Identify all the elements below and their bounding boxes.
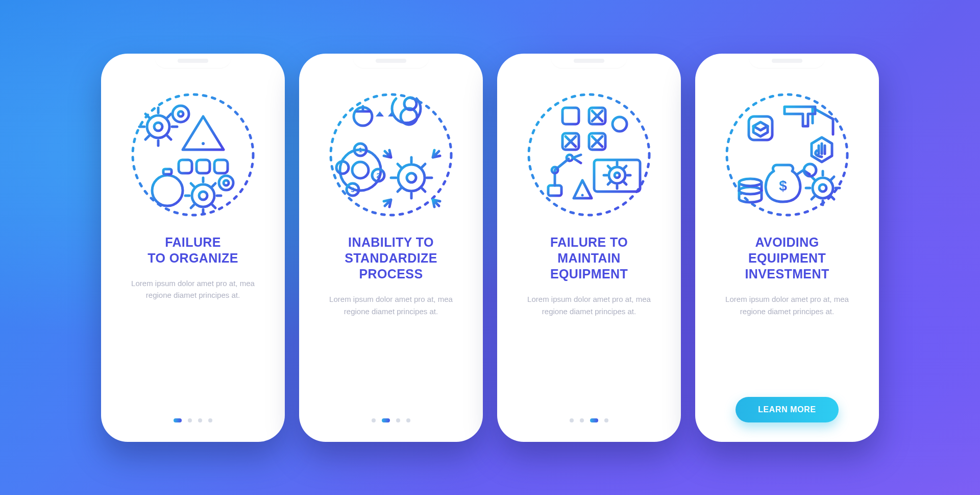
screen-description: Lorem ipsum dolor amet pro at, mea regio… <box>121 277 264 301</box>
illustration-investment: $ <box>721 88 853 221</box>
svg-point-36 <box>398 164 425 191</box>
screen-title: INABILITY TO STANDARDIZE PROCESS <box>345 234 437 282</box>
dot-4[interactable] <box>604 418 608 422</box>
page-indicator <box>372 418 410 422</box>
screen-description: Lorem ipsum dolor amet pro at, mea regio… <box>716 293 859 317</box>
phone-screen-3: FAILURE TO MAINTAIN EQUIPMENT Lorem ipsu… <box>497 54 681 442</box>
svg-rect-9 <box>179 160 192 173</box>
svg-text:$: $ <box>779 178 787 194</box>
svg-rect-15 <box>163 169 172 174</box>
phone-notch <box>551 54 627 69</box>
page-indicator <box>570 418 608 422</box>
screen-title: FAILURE TO MAINTAIN EQUIPMENT <box>550 234 628 282</box>
svg-point-55 <box>609 167 625 183</box>
screen-description: Lorem ipsum dolor amet pro at, mea regio… <box>518 293 660 317</box>
svg-point-35 <box>352 162 369 178</box>
svg-point-56 <box>615 173 620 178</box>
svg-point-20 <box>199 192 207 200</box>
dot-3[interactable] <box>590 418 598 422</box>
svg-rect-10 <box>197 160 210 173</box>
dot-2[interactable] <box>580 418 584 422</box>
phone-notch <box>749 54 825 69</box>
svg-point-21 <box>219 176 233 190</box>
page-indicator <box>174 418 212 422</box>
svg-point-63 <box>819 184 826 192</box>
svg-text:3: 3 <box>351 186 354 194</box>
screen-description: Lorem ipsum dolor amet pro at, mea regio… <box>320 293 462 317</box>
dot-2[interactable] <box>188 418 192 422</box>
phone-screen-4: $ AVOIDING EQUIPMENT INVESTMENT Lorem ip… <box>695 54 879 442</box>
svg-point-3 <box>173 106 189 122</box>
svg-point-60 <box>739 179 762 186</box>
phone-screen-2: 1 2 3 INABILITY TO STANDARDIZE PROCESS L… <box>299 54 483 442</box>
svg-point-19 <box>192 184 214 207</box>
screen-title: AVOIDING EQUIPMENT INVESTMENT <box>745 234 829 282</box>
svg-point-51 <box>581 194 584 196</box>
svg-rect-39 <box>562 108 579 124</box>
svg-text:2: 2 <box>376 172 380 179</box>
illustration-standardize: 1 2 3 <box>325 88 457 221</box>
phone-notch <box>155 54 231 69</box>
svg-rect-11 <box>214 160 228 173</box>
svg-point-22 <box>224 180 229 185</box>
dot-1[interactable] <box>174 418 182 422</box>
svg-text:1: 1 <box>358 146 362 154</box>
svg-point-6 <box>202 142 205 145</box>
screen-title: FAILURE TO ORGANIZE <box>148 234 238 267</box>
phone-screen-1: FAILURE TO ORGANIZE Lorem ipsum dolor am… <box>101 54 285 442</box>
dot-4[interactable] <box>406 418 410 422</box>
illustration-maintain <box>523 88 655 221</box>
svg-point-37 <box>407 173 416 182</box>
svg-point-4 <box>178 111 183 116</box>
dot-3[interactable] <box>198 418 202 422</box>
dot-1[interactable] <box>372 418 376 422</box>
phone-notch <box>353 54 429 69</box>
svg-rect-47 <box>548 185 561 196</box>
svg-point-59 <box>739 187 762 194</box>
dot-3[interactable] <box>396 418 400 422</box>
dot-2[interactable] <box>382 418 390 422</box>
learn-more-button[interactable]: LEARN MORE <box>736 397 839 422</box>
dot-1[interactable] <box>570 418 574 422</box>
svg-point-2 <box>154 123 162 131</box>
svg-point-1 <box>147 115 169 138</box>
dot-4[interactable] <box>208 418 212 422</box>
illustration-organize <box>127 88 259 221</box>
svg-point-62 <box>813 178 833 198</box>
